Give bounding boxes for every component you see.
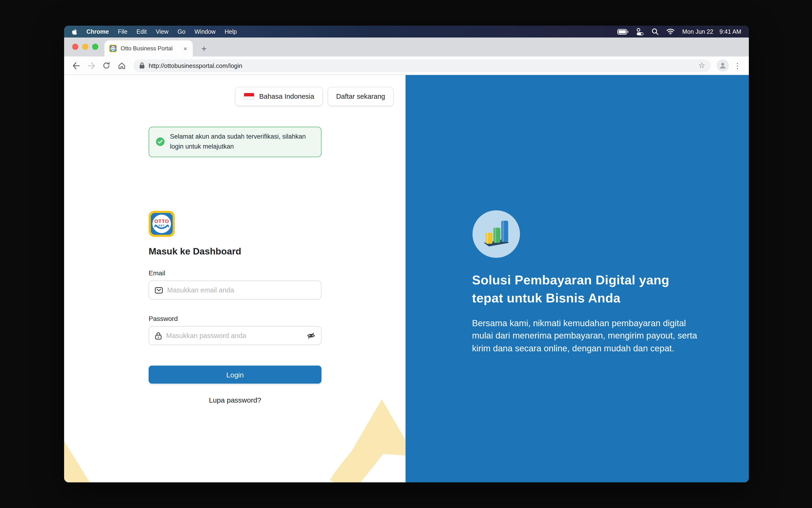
close-window-button[interactable]: [72, 44, 78, 50]
register-button-label: Daftar sekarang: [336, 93, 385, 100]
wifi-icon[interactable]: [666, 29, 675, 35]
hero-heading: Solusi Pembayaran Digital yang tepat unt…: [472, 271, 695, 307]
svg-text:OTTO: OTTO: [111, 46, 115, 49]
yellow-arrow-decoration: [64, 380, 405, 482]
minimize-window-button[interactable]: [82, 44, 88, 50]
reload-icon[interactable]: [100, 59, 113, 72]
menubar-item-file[interactable]: File: [118, 28, 127, 35]
forward-icon[interactable]: [85, 59, 97, 72]
hero-body-text: Bersama kami, nikmati kemudahan pembayar…: [472, 317, 699, 355]
check-circle-icon: [156, 137, 165, 146]
svg-text:PAY: PAY: [158, 224, 165, 227]
back-icon[interactable]: [70, 59, 82, 72]
browser-toolbar: http://ottobusinessportal.com/login ☆ ⋮: [64, 56, 749, 75]
new-tab-button[interactable]: +: [201, 44, 207, 53]
password-field[interactable]: [148, 326, 322, 345]
menubar-item-help[interactable]: Help: [225, 28, 237, 35]
language-button-label: Bahasa Indonesia: [259, 93, 314, 100]
menubar-clock[interactable]: 9:41 AM: [719, 28, 741, 35]
control-center-icon[interactable]: [636, 28, 644, 35]
forgot-password-link[interactable]: Lupa password?: [148, 396, 322, 404]
address-bar[interactable]: http://ottobusinessportal.com/login ☆: [133, 59, 711, 72]
password-label: Password: [148, 315, 178, 322]
menubar-item-view[interactable]: View: [156, 28, 169, 35]
hero-panel: Solusi Pembayaran Digital yang tepat unt…: [405, 75, 749, 482]
bar-chart-illustration: [472, 210, 520, 258]
language-button[interactable]: Bahasa Indonesia: [235, 87, 323, 106]
indonesia-flag-icon: [243, 93, 254, 100]
email-field[interactable]: [148, 281, 322, 300]
register-button[interactable]: Daftar sekarang: [328, 87, 394, 106]
zoom-window-button[interactable]: [92, 44, 98, 50]
padlock-icon[interactable]: [139, 62, 145, 69]
login-heading: Masuk ke Dashboard: [148, 246, 241, 257]
page-content: Bahasa Indonesia Daftar sekarang Selamat…: [64, 75, 749, 482]
eye-off-icon[interactable]: [307, 332, 315, 339]
lock-icon: [155, 332, 162, 340]
svg-text:OTTO: OTTO: [154, 218, 169, 224]
url-text[interactable]: http://ottobusinessportal.com/login: [148, 62, 694, 69]
tab-strip: OTTO Otto Business Portal × +: [64, 38, 749, 56]
bookmark-star-icon[interactable]: ☆: [698, 62, 705, 69]
login-panel: Bahasa Indonesia Daftar sekarang Selamat…: [64, 75, 405, 482]
home-icon[interactable]: [115, 59, 128, 72]
desktop: Chrome File Edit View Go Window Help: [0, 0, 812, 508]
apple-icon[interactable]: [72, 28, 77, 35]
password-input[interactable]: [166, 332, 302, 339]
tab-title: Otto Business Portal: [121, 45, 179, 52]
macos-menubar: Chrome File Edit View Go Window Help: [64, 26, 749, 38]
ottopay-logo: OTTO PAY: [148, 211, 175, 237]
success-alert: Selamat akun anda sudah terverifikasi, s…: [148, 127, 322, 157]
menubar-item-edit[interactable]: Edit: [136, 28, 147, 35]
tab-favicon: OTTO: [109, 45, 117, 52]
success-alert-text: Selamat akun anda sudah terverifikasi, s…: [170, 132, 314, 152]
profile-avatar-icon[interactable]: [717, 59, 729, 72]
browser-menu-icon[interactable]: ⋮: [732, 61, 743, 70]
email-label: Email: [148, 269, 165, 277]
browser-tab[interactable]: OTTO Otto Business Portal ×: [104, 40, 193, 56]
menubar-item-go[interactable]: Go: [178, 28, 185, 35]
menubar-item-window[interactable]: Window: [195, 28, 216, 35]
battery-icon[interactable]: [617, 29, 629, 34]
spotlight-search-icon[interactable]: [651, 28, 658, 35]
envelope-icon: [155, 287, 163, 294]
login-button[interactable]: Login: [148, 366, 322, 384]
email-input[interactable]: [167, 286, 315, 294]
menubar-date[interactable]: Mon Jun 22: [682, 28, 714, 35]
menubar-app-name[interactable]: Chrome: [86, 28, 109, 35]
browser-window: Chrome File Edit View Go Window Help: [64, 26, 749, 482]
tab-close-icon[interactable]: ×: [182, 45, 188, 52]
